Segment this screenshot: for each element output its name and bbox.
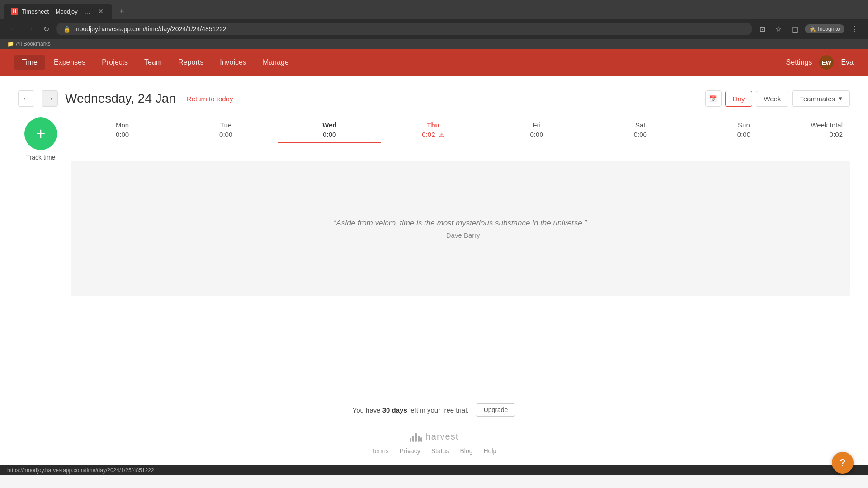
tab-close-button[interactable]: ✕ xyxy=(97,7,105,15)
nav-item-projects[interactable]: Projects xyxy=(94,55,135,70)
upgrade-button[interactable]: Upgrade xyxy=(476,403,516,417)
forward-button[interactable]: → xyxy=(24,23,36,35)
nav-item-team[interactable]: Team xyxy=(137,55,169,70)
date-title: Wednesday, 24 Jan xyxy=(65,91,176,106)
day-mon[interactable]: Mon 0:00 xyxy=(71,117,174,143)
day-thu-name: Thu xyxy=(383,121,483,129)
warning-icon: ⚠ xyxy=(439,131,444,138)
track-time-label: Track time xyxy=(26,154,56,161)
week-total-value: 0:02 xyxy=(803,131,843,138)
new-tab-button[interactable]: + xyxy=(114,5,130,18)
browser-chrome: H Timesheet – Moodjoy – Harvest ✕ + ← → … xyxy=(0,0,868,49)
help-link[interactable]: Help xyxy=(483,447,496,455)
bookmarks-bar: 📁 All Bookmarks xyxy=(0,39,868,49)
day-sun-hours: 0:00 xyxy=(694,131,794,138)
more-menu-button[interactable]: ⋮ xyxy=(848,23,861,35)
teammates-label: Teammates xyxy=(800,95,835,103)
day-tue[interactable]: Tue 0:00 xyxy=(174,117,278,143)
time-entries-area: “Aside from velcro, time is the most mys… xyxy=(71,161,850,296)
nav-item-invoices[interactable]: Invoices xyxy=(212,55,254,70)
day-sun[interactable]: Sun 0:00 xyxy=(692,117,796,143)
track-time-button[interactable]: + Track time xyxy=(18,117,63,161)
day-sat-hours: 0:00 xyxy=(590,131,690,138)
avatar: EW xyxy=(819,55,834,70)
profile-icon[interactable]: ◫ xyxy=(788,23,801,35)
tab-favicon: H xyxy=(11,8,18,15)
settings-link[interactable]: Settings xyxy=(786,58,812,66)
day-mon-name: Mon xyxy=(72,121,172,129)
day-wed-hours: 0:00 xyxy=(279,131,379,138)
day-sat[interactable]: Sat 0:00 xyxy=(589,117,692,143)
terms-link[interactable]: Terms xyxy=(372,447,389,455)
cast-icon[interactable]: ⊡ xyxy=(756,23,769,35)
view-controls: 📅 Day Week Teammates ▾ xyxy=(705,90,850,107)
incognito-label: Incognito xyxy=(818,26,840,32)
bookmarks-folder-icon: 📁 xyxy=(7,41,14,47)
status-url: https://moodjoy.harvestapp.com/time/day/… xyxy=(7,467,154,474)
bookmark-icon[interactable]: ☆ xyxy=(772,23,785,35)
day-sat-name: Sat xyxy=(590,121,690,129)
calendar-button[interactable]: 📅 xyxy=(705,90,722,107)
day-thu[interactable]: Thu 0:02 ⚠ xyxy=(381,117,485,143)
bar3 xyxy=(415,433,417,442)
main-content: ← → Wednesday, 24 Jan Return to today 📅 … xyxy=(0,76,868,392)
day-thu-hours: 0:02 ⚠ xyxy=(383,131,483,138)
chevron-down-icon: ▾ xyxy=(839,94,842,103)
day-view-button[interactable]: Day xyxy=(725,91,753,107)
bar1 xyxy=(410,438,411,442)
quote-author: – Dave Barry xyxy=(440,231,480,239)
nav-item-reports[interactable]: Reports xyxy=(171,55,211,70)
plus-icon: + xyxy=(36,124,45,143)
bar4 xyxy=(418,436,420,442)
reload-button[interactable]: ↻ xyxy=(40,23,52,35)
bar5 xyxy=(420,437,422,442)
privacy-link[interactable]: Privacy xyxy=(400,447,420,455)
nav-item-expenses[interactable]: Expenses xyxy=(47,55,93,70)
day-fri-name: Fri xyxy=(487,121,587,129)
help-button[interactable]: ? xyxy=(832,452,854,474)
tab-bar: H Timesheet – Moodjoy – Harvest ✕ + xyxy=(0,0,868,19)
footer-logo: harvest xyxy=(410,431,459,442)
nav-actions: ⊡ ☆ ◫ 🕵 Incognito ⋮ xyxy=(756,23,861,35)
harvest-logo-text: harvest xyxy=(426,432,459,442)
address-bar[interactable]: 🔒 moodjoy.harvestapp.com/time/day/2024/1… xyxy=(56,23,752,35)
nav-right: Settings EW Eva xyxy=(786,55,854,70)
tab-title: Timesheet – Moodjoy – Harvest xyxy=(22,8,93,15)
trial-text: You have 30 days left in your free trial… xyxy=(353,406,469,414)
blog-link[interactable]: Blog xyxy=(460,447,472,455)
incognito-icon: 🕵 xyxy=(809,26,816,32)
track-time-circle[interactable]: + xyxy=(24,117,57,150)
active-tab[interactable]: H Timesheet – Moodjoy – Harvest ✕ xyxy=(4,4,112,19)
day-wed[interactable]: Wed 0:00 xyxy=(278,117,381,143)
day-wed-name: Wed xyxy=(279,121,379,129)
bar2 xyxy=(412,436,414,442)
top-nav: Time Expenses Projects Team Reports Invo… xyxy=(0,49,868,76)
footer: harvest Terms Privacy Status Blog Help xyxy=(0,424,868,465)
footer-links: Terms Privacy Status Blog Help xyxy=(372,447,497,455)
teammates-button[interactable]: Teammates ▾ xyxy=(792,90,850,107)
bookmarks-label: 📁 All Bookmarks xyxy=(7,41,51,47)
trial-days: 30 days xyxy=(382,406,407,414)
week-total: Week total 0:02 xyxy=(796,117,850,142)
next-day-button[interactable]: → xyxy=(42,90,58,107)
week-row-container: + Track time Mon 0:00 Tue 0:00 Wed 0:00 xyxy=(18,117,850,161)
day-fri[interactable]: Fri 0:00 xyxy=(485,117,589,143)
day-sun-name: Sun xyxy=(694,121,794,129)
status-link[interactable]: Status xyxy=(431,447,449,455)
app-container: Time Expenses Projects Team Reports Invo… xyxy=(0,49,868,465)
return-today-link[interactable]: Return to today xyxy=(187,95,233,103)
back-button[interactable]: ← xyxy=(7,23,20,35)
incognito-badge: 🕵 Incognito xyxy=(805,24,844,33)
week-total-label: Week total xyxy=(803,121,843,129)
nav-item-time[interactable]: Time xyxy=(14,55,45,70)
prev-day-button[interactable]: ← xyxy=(18,90,34,107)
nav-item-manage[interactable]: Manage xyxy=(255,55,296,70)
week-days: Mon 0:00 Tue 0:00 Wed 0:00 Thu 0:02 ⚠ Fr… xyxy=(71,117,796,143)
date-navigation: ← → Wednesday, 24 Jan Return to today 📅 … xyxy=(18,90,850,107)
quote-text: “Aside from velcro, time is the most mys… xyxy=(334,219,587,228)
browser-nav: ← → ↻ 🔒 moodjoy.harvestapp.com/time/day/… xyxy=(0,19,868,39)
week-view-button[interactable]: Week xyxy=(756,91,788,107)
lock-icon: 🔒 xyxy=(63,26,71,33)
address-text: moodjoy.harvestapp.com/time/day/2024/1/2… xyxy=(74,25,226,33)
day-tue-name: Tue xyxy=(176,121,276,129)
